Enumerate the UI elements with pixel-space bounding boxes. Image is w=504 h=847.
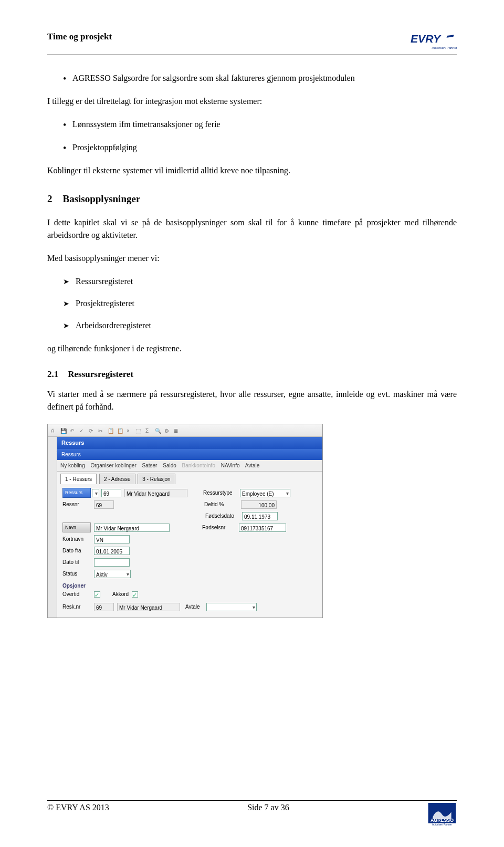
- status-select[interactable]: Aktiv: [94, 570, 131, 578]
- menu-item[interactable]: Organiser koblinger: [90, 463, 136, 468]
- app-main: Ressurs Ressurs Ny kobling Organiser kob…: [57, 437, 322, 618]
- bullet-list-1: AGRESSO Salgsordre for salgsordre som sk…: [63, 72, 457, 85]
- inner-titlebar: Ressurs: [57, 449, 322, 460]
- tab-strip: 1 - Ressurs 2 - Adresse 3 - Relasjon: [57, 472, 322, 484]
- toolbar-icon[interactable]: 💾: [60, 427, 68, 434]
- toolbar-icon[interactable]: ⚙: [164, 427, 172, 434]
- resknr-name-input: Mr Vidar Nergaard: [117, 603, 180, 611]
- fodselsdato-input[interactable]: 09.11.1973: [242, 512, 278, 520]
- ressurs-button[interactable]: Ressurs: [62, 488, 91, 498]
- menu-item[interactable]: Satser: [142, 463, 158, 468]
- svg-text:AGRESSO: AGRESSO: [430, 818, 454, 823]
- heading-text: Ressursregisteret: [68, 369, 133, 379]
- tab-ressurs[interactable]: 1 - Ressurs: [60, 474, 97, 484]
- bullet-list-2: Lønnssystem ifm timetransaksjoner og fer…: [63, 118, 457, 154]
- ressurstype-label: Ressurstype: [203, 489, 240, 497]
- ressurstype-select[interactable]: Employee (E): [240, 489, 290, 497]
- embedded-screenshot: ⎙ 💾 ↶ ✓ ⟳ ✂ 📋 📋 × ⬚ Σ 🔍 ⚙ ≣ Meny Ressurs: [47, 424, 323, 618]
- heading-text: Basisopplysninger: [63, 193, 141, 204]
- menu-item[interactable]: Avtale: [245, 463, 260, 468]
- app-toolbar: ⎙ 💾 ↶ ✓ ⟳ ✂ 📋 📋 × ⬚ Σ 🔍 ⚙ ≣: [48, 424, 322, 437]
- ressnr-label: Ressnr: [62, 500, 94, 508]
- fodselsnr-input[interactable]: 09117335167: [239, 524, 286, 532]
- heading-number: 2: [47, 193, 52, 204]
- list-item: Prosjektregisteret: [63, 297, 457, 310]
- datofra-input[interactable]: 01.01.2005: [94, 547, 130, 555]
- fodselsnr-label: Fødselsnr: [202, 524, 239, 531]
- menu-item[interactable]: Saldo: [163, 463, 176, 468]
- list-item: Prosjektoppfølging: [63, 141, 457, 154]
- toolbar-icon[interactable]: 📋: [117, 427, 124, 434]
- menu-item[interactable]: NAVinfo: [221, 463, 240, 468]
- toolbar-icon[interactable]: ↶: [70, 427, 77, 434]
- paragraph: og tilhørende funksjoner i de registrene…: [47, 342, 457, 355]
- heading-number: 2.1: [47, 369, 58, 379]
- paragraph: Med basisopplysninger mener vi:: [47, 252, 457, 265]
- opsjoner-heading: Opsjoner: [62, 582, 317, 590]
- page-header: Time og prosjekt EVRY Autorisert Partner: [47, 32, 457, 55]
- toolbar-icon[interactable]: ×: [127, 427, 134, 434]
- kortnavn-label: Kortnavn: [62, 535, 94, 543]
- list-item: Lønnssystem ifm timetransaksjoner og fer…: [63, 118, 457, 131]
- navn-input[interactable]: Mr Vidar Nergaard: [94, 524, 170, 532]
- avtale-label: Avtale: [185, 603, 206, 611]
- datofra-label: Dato fra: [62, 547, 94, 555]
- toolbar-icon[interactable]: 📋: [108, 427, 115, 434]
- window-titlebar: Ressurs: [57, 437, 322, 449]
- menu-strip: Ny kobling Organiser koblinger Satser Sa…: [57, 460, 322, 472]
- akkord-label: Akkord: [112, 590, 129, 598]
- fodselsdato-label: Fødselsdato: [205, 512, 242, 520]
- paragraph: I dette kapitlet skal vi se på de basiso…: [47, 216, 457, 242]
- document-body: AGRESSO Salgsordre for salgsordre som sk…: [47, 72, 457, 618]
- deltid-input: 100,00: [241, 500, 277, 509]
- resknr-id-input: 69: [94, 603, 114, 611]
- list-item: Arbeidsordreregisteret: [63, 319, 457, 332]
- datotil-input[interactable]: [94, 558, 130, 567]
- toolbar-icon[interactable]: Σ: [145, 427, 153, 434]
- akkord-checkbox[interactable]: [132, 591, 138, 598]
- toolbar-icon[interactable]: ≣: [174, 427, 181, 434]
- paragraph: Vi starter med å se nærmere på ressursre…: [47, 388, 457, 413]
- app-sidebar[interactable]: Meny: [48, 437, 57, 618]
- status-label: Status: [62, 570, 94, 578]
- evry-logo: EVRY Autorisert Partner: [411, 32, 457, 53]
- tab-adresse[interactable]: 2 - Adresse: [99, 474, 135, 484]
- overtid-label: Overtid: [62, 590, 94, 598]
- toolbar-icon[interactable]: ⬚: [136, 427, 143, 434]
- agresso-logo: AGRESSO Autorisert Partner: [427, 803, 457, 826]
- list-item: AGRESSO Salgsordre for salgsordre som sk…: [63, 72, 457, 85]
- toolbar-icon[interactable]: ✓: [79, 427, 87, 434]
- svg-text:Autorisert Partner: Autorisert Partner: [432, 46, 457, 49]
- svg-text:EVRY: EVRY: [411, 33, 442, 45]
- page-footer: © EVRY AS 2013 Side 7 av 36 AGRESSO Auto…: [47, 800, 457, 826]
- heading-3: 2.1Ressursregisteret: [47, 368, 457, 381]
- footer-page-number: Side 7 av 36: [247, 803, 289, 812]
- ressnr-input: 69: [94, 500, 114, 509]
- tab-relasjon[interactable]: 3 - Relasjon: [138, 474, 175, 484]
- ressurs-name-input: Mr Vidar Nergaard: [124, 489, 187, 497]
- header-title: Time og prosjekt: [47, 32, 112, 42]
- toolbar-icon[interactable]: ⎙: [51, 427, 58, 434]
- heading-2: 2Basisopplysninger: [47, 192, 457, 207]
- overtid-checkbox[interactable]: [94, 591, 100, 598]
- deltid-label: Deltid %: [204, 500, 241, 508]
- paragraph: Koblinger til eksterne systemer vil imid…: [47, 164, 457, 177]
- resknr-label: Resk.nr: [62, 603, 94, 611]
- footer-copyright: © EVRY AS 2013: [47, 803, 109, 812]
- avtale-select[interactable]: [206, 603, 257, 611]
- list-item: Ressursregisteret: [63, 275, 457, 288]
- svg-text:Autorisert Partner: Autorisert Partner: [432, 823, 452, 826]
- menu-item: Bankkontoinfo: [182, 463, 215, 468]
- datotil-label: Dato til: [62, 558, 94, 566]
- arrow-list: Ressursregisteret Prosjektregisteret Arb…: [63, 275, 457, 332]
- form-area: Ressurs 69 Mr Vidar Nergaard Ressurstype…: [57, 484, 322, 619]
- kortnavn-input[interactable]: VN: [94, 535, 130, 543]
- menu-item[interactable]: Ny kobling: [60, 463, 85, 468]
- toolbar-icon[interactable]: ✂: [98, 427, 106, 434]
- ressurs-id-input[interactable]: 69: [101, 489, 121, 497]
- toolbar-icon[interactable]: 🔍: [155, 427, 162, 434]
- navn-button[interactable]: Navn: [62, 522, 91, 533]
- ressurs-dropdown[interactable]: [92, 489, 99, 497]
- toolbar-icon[interactable]: ⟳: [89, 427, 96, 434]
- paragraph: I tillegg er det tilrettelagt for integr…: [47, 95, 457, 108]
